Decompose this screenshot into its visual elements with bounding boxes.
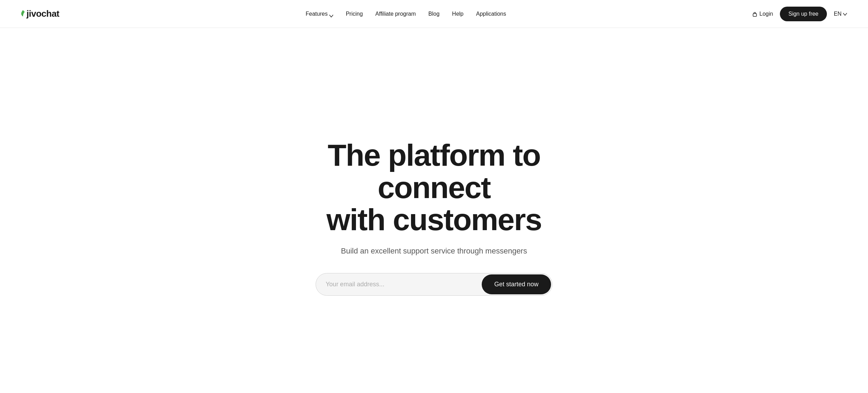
lock-icon (752, 11, 757, 17)
get-started-button[interactable]: Get started now (482, 274, 551, 294)
nav-item-blog[interactable]: Blog (428, 11, 440, 17)
nav-link-applications[interactable]: Applications (476, 11, 506, 17)
svg-rect-0 (753, 14, 757, 16)
language-selector[interactable]: EN (834, 11, 847, 17)
hero-section: The platform to connect with customers B… (0, 28, 868, 393)
nav-item-affiliate[interactable]: Affiliate program (375, 11, 416, 17)
logo[interactable]: jivochat (21, 8, 59, 19)
hero-subtitle: Build an excellent support service throu… (341, 247, 527, 256)
nav-link-affiliate[interactable]: Affiliate program (375, 11, 416, 17)
navbar: jivochat Features Pricing Affiliate prog… (0, 0, 868, 28)
hero-email-form: Get started now (316, 273, 552, 296)
nav-link-blog[interactable]: Blog (428, 11, 440, 17)
signup-button[interactable]: Sign up free (780, 7, 827, 21)
nav-link-help[interactable]: Help (452, 11, 464, 17)
nav-link-features[interactable]: Features (306, 11, 333, 17)
login-link[interactable]: Login (752, 11, 773, 17)
navbar-right: Login Sign up free EN (752, 7, 847, 21)
chevron-down-icon (329, 13, 333, 15)
login-label: Login (759, 11, 773, 17)
nav-item-help[interactable]: Help (452, 11, 464, 17)
main-nav: Features Pricing Affiliate program Blog (306, 11, 506, 17)
nav-item-features[interactable]: Features (306, 11, 333, 17)
nav-link-pricing[interactable]: Pricing (346, 11, 363, 17)
nav-item-pricing[interactable]: Pricing (346, 11, 363, 17)
nav-item-applications[interactable]: Applications (476, 11, 506, 17)
hero-title: The platform to connect with customers (277, 139, 591, 236)
email-input[interactable] (316, 274, 481, 294)
lang-label: EN (834, 11, 842, 17)
lang-chevron-icon (843, 11, 847, 17)
logo-leaf-icon (21, 10, 25, 16)
logo-text: jivochat (26, 8, 59, 19)
